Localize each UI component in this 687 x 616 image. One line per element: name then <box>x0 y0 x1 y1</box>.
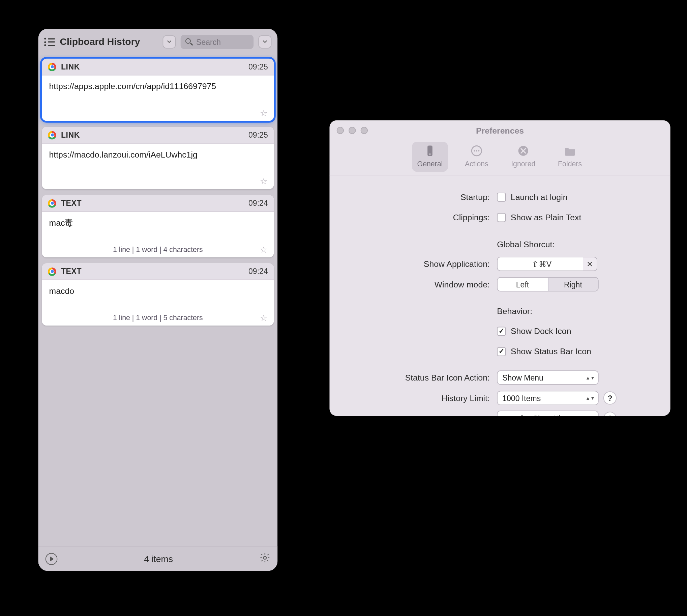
chrome-icon <box>48 199 56 207</box>
clear-history-help-button[interactable]: ? <box>603 412 617 416</box>
launch-at-login-checkbox[interactable] <box>497 192 506 201</box>
clip-type-label: TEXT <box>61 199 82 208</box>
preferences-titlebar: Preferences <box>329 120 670 141</box>
clip-type-label: LINK <box>61 62 80 71</box>
clip-card-header: LINK 09:25 <box>42 59 274 75</box>
traffic-lights <box>337 127 368 134</box>
search-input[interactable] <box>195 37 249 47</box>
show-plain-text-checkbox[interactable] <box>497 213 506 222</box>
svg-point-6 <box>478 150 479 152</box>
clear-history-text: Clear History <box>533 414 577 416</box>
clip-card-header: TEXT 09:24 <box>42 263 274 280</box>
chrome-icon <box>48 267 56 276</box>
chevron-updown-icon: ▲▼ <box>587 396 593 399</box>
window-mode-left[interactable]: Left <box>498 278 547 291</box>
clipboard-history-window: Clipboard History LINK 09:25 https://ap <box>39 29 278 571</box>
search-field[interactable] <box>181 35 253 49</box>
window-mode-label: Window mode: <box>342 279 497 289</box>
launch-at-login-text: Launch at login <box>511 192 567 201</box>
star-icon[interactable]: ☆ <box>259 177 268 185</box>
svg-point-4 <box>474 150 475 152</box>
clear-history-button[interactable]: Clear History <box>497 411 599 416</box>
zoom-icon[interactable] <box>361 127 368 134</box>
trash-icon <box>518 414 527 416</box>
svg-point-2 <box>430 154 431 155</box>
minimize-icon[interactable] <box>348 127 356 134</box>
clip-time: 09:25 <box>248 131 268 140</box>
shortcut-field[interactable]: ⇧⌘V <box>497 257 587 271</box>
clipboard-list[interactable]: LINK 09:25 https://apps.apple.com/cn/app… <box>39 55 278 546</box>
close-icon[interactable] <box>337 127 344 134</box>
tab-actions[interactable]: Actions <box>459 142 495 172</box>
clip-card[interactable]: LINK 09:25 https://macdo.lanzoui.com/iAe… <box>42 127 274 189</box>
clip-content: https://macdo.lanzoui.com/iAeLUwhc1jg <box>42 144 274 177</box>
show-plain-text-text: Show as Plain Text <box>511 213 581 222</box>
status-bar-action-popup[interactable]: Show Menu ▲▼ <box>497 370 599 385</box>
gear-icon[interactable] <box>259 552 270 565</box>
show-dock-icon-text: Show Dock Icon <box>511 326 571 336</box>
star-icon[interactable]: ☆ <box>259 245 268 254</box>
clip-time: 09:24 <box>248 199 268 208</box>
play-icon[interactable] <box>46 553 57 565</box>
clip-card[interactable]: TEXT 09:24 macdo 1 line | 1 word | 5 cha… <box>42 263 274 326</box>
clip-card[interactable]: LINK 09:25 https://apps.apple.com/cn/app… <box>42 59 274 121</box>
window-mode-segment: Left Right <box>497 277 599 291</box>
startup-label: Startup: <box>342 192 497 201</box>
window-mode-right[interactable]: Right <box>547 278 598 291</box>
history-limit-help-button[interactable]: ? <box>603 391 617 404</box>
clip-card-header: TEXT 09:24 <box>42 195 274 212</box>
clipboard-title: Clipboard History <box>60 37 140 47</box>
clip-type-label: LINK <box>61 131 80 140</box>
tab-folders-label: Folders <box>558 160 582 168</box>
clipboard-header: Clipboard History <box>39 29 278 55</box>
clippings-label: Clippings: <box>342 213 497 222</box>
search-icon <box>185 39 191 46</box>
svg-point-5 <box>476 150 477 152</box>
tab-actions-label: Actions <box>465 160 488 168</box>
preferences-toolbar: General Actions Ignored Folders <box>329 141 670 175</box>
chrome-icon <box>48 131 56 139</box>
tab-ignored-label: Ignored <box>511 160 535 168</box>
tab-ignored[interactable]: Ignored <box>505 142 541 172</box>
clip-card[interactable]: TEXT 09:24 mac毒 1 line | 1 word | 4 char… <box>42 195 274 257</box>
chrome-icon <box>48 62 56 71</box>
clip-time: 09:24 <box>248 267 268 276</box>
preferences-title: Preferences <box>329 126 670 135</box>
shortcut-clear-button[interactable]: ✕ <box>583 257 598 271</box>
star-icon[interactable]: ☆ <box>259 314 268 322</box>
history-limit-value: 1000 Items <box>502 393 541 402</box>
svg-point-0 <box>264 556 267 559</box>
filter-dropdown-left[interactable] <box>163 36 176 49</box>
clip-content: macdo <box>42 280 274 313</box>
filter-dropdown-right[interactable] <box>258 36 271 49</box>
tab-folders[interactable]: Folders <box>552 142 588 172</box>
item-count: 4 items <box>144 554 173 564</box>
history-limit-label: History Limit: <box>342 393 497 403</box>
status-bar-action-value: Show Menu <box>502 373 543 382</box>
star-icon[interactable]: ☆ <box>259 109 268 117</box>
preferences-window: Preferences General Actions Ignored Fold… <box>329 120 670 416</box>
clip-type-label: TEXT <box>61 267 82 276</box>
clip-time: 09:25 <box>248 62 268 71</box>
clip-content: https://apps.apple.com/cn/app/id11166979… <box>42 75 274 109</box>
show-status-bar-icon-checkbox[interactable] <box>497 347 506 356</box>
status-bar-action-label: Status Bar Icon Action: <box>342 373 497 382</box>
show-dock-icon-checkbox[interactable] <box>497 327 506 336</box>
global-shortcut-label: Global Shorcut: <box>497 240 554 249</box>
clip-card-header: LINK 09:25 <box>42 127 274 144</box>
clip-info: 1 line | 1 word | 5 characters <box>56 314 259 322</box>
list-icon[interactable] <box>44 38 55 46</box>
clipboard-footer: 4 items <box>39 546 278 571</box>
behavior-label: Behavior: <box>497 306 532 316</box>
tab-general[interactable]: General <box>412 142 448 172</box>
clip-content: mac毒 <box>42 212 274 245</box>
tab-general-label: General <box>417 160 443 168</box>
show-application-label: Show Application: <box>342 259 497 268</box>
shortcut-value: ⇧⌘V <box>532 259 551 268</box>
history-limit-popup[interactable]: 1000 Items ▲▼ <box>497 391 599 405</box>
preferences-body: Startup: Launch at login Clippings: Show… <box>329 175 670 416</box>
chevron-updown-icon: ▲▼ <box>587 376 593 379</box>
show-status-bar-icon-text: Show Status Bar Icon <box>511 347 591 356</box>
clip-info: 1 line | 1 word | 4 characters <box>56 245 259 254</box>
